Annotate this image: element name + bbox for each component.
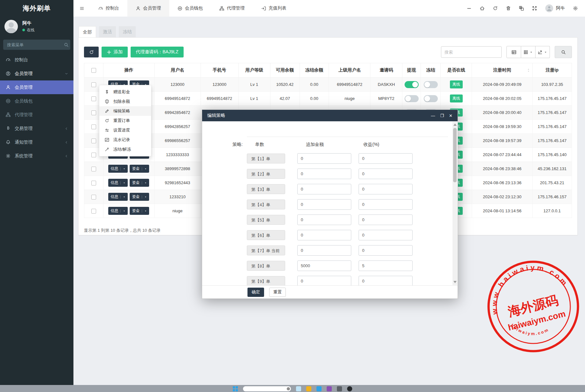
row-资金-button[interactable]: 资金 xyxy=(130,193,149,201)
row-信息-button[interactable]: 信息 xyxy=(108,179,128,187)
row-信息-button[interactable]: 信息 xyxy=(108,207,128,215)
topnav-item-会员管理[interactable]: 会员管理 xyxy=(127,0,169,17)
row-信息-button[interactable]: 信息 xyxy=(108,193,128,201)
home-icon[interactable] xyxy=(480,6,485,11)
scroll-down-icon[interactable] xyxy=(453,281,457,283)
tab-激活[interactable]: 激活 xyxy=(99,26,116,37)
menu-item-重置订单[interactable]: 重置订单 xyxy=(99,116,151,125)
amount-input[interactable] xyxy=(297,276,351,285)
app-round-icon[interactable] xyxy=(347,386,352,391)
sidebar-search[interactable] xyxy=(3,40,70,50)
profit-input[interactable] xyxy=(359,153,413,164)
menu-item-扣除余额[interactable]: 扣除余额 xyxy=(99,97,151,106)
amount-input[interactable] xyxy=(297,153,351,164)
refresh-button[interactable] xyxy=(84,47,99,57)
modal-minimize-icon[interactable]: — xyxy=(431,114,435,118)
row-checkbox[interactable] xyxy=(91,82,96,87)
listview-button[interactable] xyxy=(506,46,521,58)
amount-input[interactable] xyxy=(297,260,351,271)
freeze-toggle[interactable] xyxy=(424,81,438,88)
profit-input[interactable] xyxy=(359,215,413,225)
modal-maximize-icon[interactable]: ❐ xyxy=(440,114,444,118)
row-资金-button[interactable]: 资金 xyxy=(130,207,149,215)
sidebar-item-代理管理[interactable]: 代理管理 xyxy=(0,108,73,122)
app-blue-icon[interactable] xyxy=(316,386,322,391)
menu-item-编辑策略[interactable]: 编辑策略 xyxy=(99,106,151,116)
topbar-user[interactable]: 阿牛 xyxy=(545,4,565,12)
tab-冻结[interactable]: 冻结 xyxy=(119,26,136,37)
amount-input[interactable] xyxy=(297,199,351,210)
scroll-thumb[interactable] xyxy=(453,128,457,182)
topnav-item-代理管理[interactable]: 代理管理 xyxy=(211,0,253,17)
menu-item-冻结/解冻[interactable]: 冻结/解冻 xyxy=(99,145,151,154)
profit-input[interactable] xyxy=(359,169,413,179)
sidebar-item-会员管理[interactable]: 会员管理 xyxy=(0,80,73,94)
row-信息-button[interactable]: 信息 xyxy=(108,165,128,173)
profit-input[interactable] xyxy=(359,245,413,256)
search-pill-icon[interactable] xyxy=(243,386,291,391)
app-dark-icon[interactable] xyxy=(337,386,342,391)
hamburger-icon[interactable] xyxy=(73,0,90,17)
menu-item-流水记录[interactable]: 流水记录 xyxy=(99,135,151,145)
settings-gear-icon[interactable] xyxy=(573,6,578,11)
sidebar-item-会员钱包[interactable]: 会员钱包 xyxy=(0,94,73,108)
amount-input[interactable] xyxy=(297,245,351,256)
profit-input[interactable] xyxy=(359,276,413,285)
withdraw-toggle[interactable] xyxy=(405,81,419,88)
row-checkbox[interactable] xyxy=(91,195,96,200)
export-button[interactable] xyxy=(536,46,550,58)
add-button[interactable]: 添加 xyxy=(102,47,128,57)
row-资金-button[interactable]: 资金 xyxy=(130,165,149,173)
sidebar-item-通知管理[interactable]: 通知管理 xyxy=(0,135,73,149)
sidebar-item-系统管理[interactable]: 系统管理 xyxy=(0,149,73,163)
freeze-toggle[interactable] xyxy=(424,95,438,102)
search-button[interactable] xyxy=(555,46,572,58)
row-checkbox[interactable] xyxy=(91,167,96,171)
row-checkbox[interactable] xyxy=(91,96,96,101)
minus-icon[interactable] xyxy=(467,6,472,11)
row-资金-button[interactable]: 资金 xyxy=(130,179,149,187)
amount-input[interactable] xyxy=(297,230,351,240)
sidebar-search-input[interactable] xyxy=(6,42,64,48)
scroll-up-icon[interactable] xyxy=(453,124,457,126)
amount-input[interactable] xyxy=(297,215,351,225)
profit-input[interactable] xyxy=(359,199,413,210)
row-checkbox[interactable] xyxy=(91,139,96,143)
refresh-icon[interactable] xyxy=(493,6,498,11)
amount-input[interactable] xyxy=(297,184,351,194)
table-search-input[interactable] xyxy=(441,46,502,58)
modal-header[interactable]: 编辑策略 — ❐ ✕ xyxy=(202,110,458,121)
app-light-icon[interactable] xyxy=(296,386,301,391)
select-all-checkbox[interactable] xyxy=(91,68,96,73)
row-checkbox[interactable] xyxy=(91,124,96,129)
sidebar-item-控制台[interactable]: 控制台 xyxy=(0,53,73,67)
app-store-icon[interactable] xyxy=(327,386,332,391)
amount-input[interactable] xyxy=(297,169,351,179)
windows-start-icon[interactable] xyxy=(233,386,238,391)
row-checkbox[interactable] xyxy=(91,181,96,185)
profit-input[interactable] xyxy=(359,260,413,271)
row-checkbox[interactable] xyxy=(91,209,96,214)
confirm-button[interactable]: 确定 xyxy=(247,288,264,297)
sidebar-item-交易管理[interactable]: 交易管理 xyxy=(0,122,73,135)
profit-input[interactable] xyxy=(359,184,413,194)
sidebar-item-会员管理[interactable]: 会员管理 xyxy=(0,67,73,80)
topnav-item-控制台[interactable]: 控制台 xyxy=(90,0,127,17)
grid-button[interactable] xyxy=(521,46,536,58)
tab-全部[interactable]: 全部 xyxy=(79,26,96,38)
sort-icon[interactable] xyxy=(527,68,530,72)
topnav-item-会员钱包[interactable]: 会员钱包 xyxy=(169,0,211,17)
withdraw-toggle[interactable] xyxy=(405,95,419,102)
profit-input[interactable] xyxy=(359,230,413,240)
topnav-item-充值列表[interactable]: 充值列表 xyxy=(253,0,295,17)
translate-icon[interactable] xyxy=(519,6,524,11)
menu-item-赠送彩金[interactable]: 赠送彩金 xyxy=(99,87,151,97)
trash-icon[interactable] xyxy=(506,6,511,11)
modal-close-icon[interactable]: ✕ xyxy=(449,114,452,118)
app-folder-icon[interactable] xyxy=(306,386,311,391)
invite-code-button[interactable]: 代理邀请码：BAJ9LZ xyxy=(131,47,184,57)
reset-button[interactable]: 重置 xyxy=(269,288,286,297)
row-checkbox[interactable] xyxy=(91,153,96,157)
expand-icon[interactable] xyxy=(532,6,537,11)
modal-scrollbar[interactable] xyxy=(452,122,457,285)
